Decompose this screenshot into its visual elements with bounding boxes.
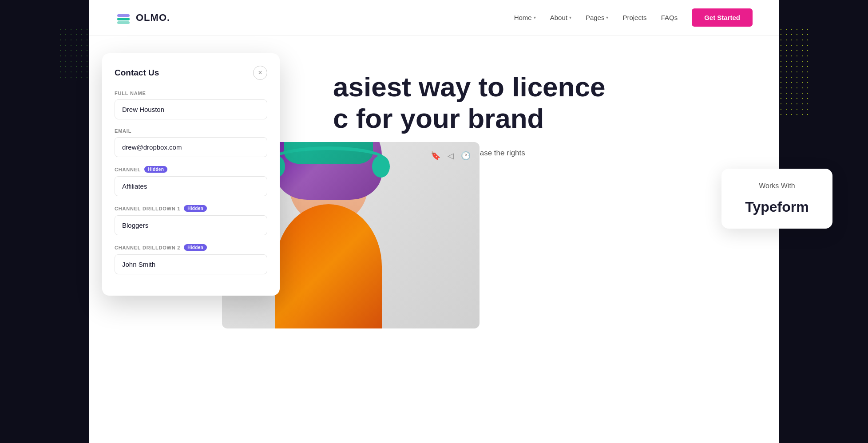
email-input[interactable] bbox=[115, 137, 267, 157]
svg-rect-2 bbox=[117, 21, 130, 24]
nav-links: Home ▾ About ▾ Pages ▾ Projects FAQs Get… bbox=[514, 8, 753, 27]
channel-group: CHANNEL Hidden bbox=[115, 166, 267, 196]
channel-label: CHANNEL Hidden bbox=[115, 166, 267, 173]
channel-drilldown1-hidden-badge: Hidden bbox=[184, 205, 207, 212]
modal-title: Contact Us bbox=[115, 68, 159, 78]
nav-pages[interactable]: Pages ▾ bbox=[586, 14, 609, 21]
hero-image-area: 🔖 ◁ 🕐 o. bbox=[222, 142, 779, 443]
nav-home[interactable]: Home ▾ bbox=[514, 14, 536, 21]
works-with-card: Works With Typeform bbox=[721, 169, 832, 229]
channel-drilldown1-input[interactable] bbox=[115, 215, 267, 235]
logo-icon bbox=[115, 10, 131, 26]
nav-faqs[interactable]: FAQs bbox=[661, 14, 678, 21]
headphone-right bbox=[372, 155, 390, 178]
channel-hidden-badge: Hidden bbox=[144, 166, 167, 173]
send-icon[interactable]: ◁ bbox=[448, 151, 454, 161]
svg-rect-0 bbox=[117, 18, 130, 20]
navbar: OLMO. Home ▾ About ▾ Pages ▾ Projects FA… bbox=[89, 0, 779, 36]
channel-drilldown1-label: CHANNEL DRILLDOWN 1 Hidden bbox=[115, 205, 267, 212]
channel-drilldown2-input[interactable] bbox=[115, 254, 267, 274]
headphones-band bbox=[271, 146, 386, 173]
full-name-label: FULL NAME bbox=[115, 91, 267, 96]
logo[interactable]: OLMO. bbox=[115, 10, 170, 26]
full-name-input[interactable] bbox=[115, 99, 267, 119]
jacket bbox=[275, 204, 382, 328]
nav-about[interactable]: About ▾ bbox=[550, 14, 571, 21]
nav-projects[interactable]: Projects bbox=[622, 14, 646, 21]
contact-us-modal: Contact Us × FULL NAME EMAIL CHANNEL Hid… bbox=[102, 53, 280, 296]
channel-input[interactable] bbox=[115, 176, 267, 196]
modal-close-button[interactable]: × bbox=[253, 66, 267, 80]
works-with-brand: Typeform bbox=[732, 199, 822, 215]
email-group: EMAIL bbox=[115, 128, 267, 157]
pages-arrow: ▾ bbox=[606, 15, 608, 20]
channel-drilldown1-group: CHANNEL DRILLDOWN 1 Hidden bbox=[115, 205, 267, 235]
works-with-label: Works With bbox=[732, 182, 822, 190]
about-arrow: ▾ bbox=[569, 15, 571, 20]
channel-drilldown2-label: CHANNEL DRILLDOWN 2 Hidden bbox=[115, 244, 267, 251]
modal-header: Contact Us × bbox=[115, 66, 267, 80]
channel-drilldown2-group: CHANNEL DRILLDOWN 2 Hidden bbox=[115, 244, 267, 274]
channel-drilldown2-hidden-badge: Hidden bbox=[184, 244, 207, 251]
email-label: EMAIL bbox=[115, 128, 267, 134]
svg-rect-1 bbox=[117, 14, 130, 17]
bookmark-icon[interactable]: 🔖 bbox=[431, 151, 440, 161]
hero-title: asiest way to licence c for your brand bbox=[333, 71, 744, 134]
logo-text: OLMO. bbox=[136, 12, 170, 24]
full-name-group: FULL NAME bbox=[115, 91, 267, 119]
clock-icon[interactable]: 🕐 bbox=[461, 151, 471, 161]
home-arrow: ▾ bbox=[534, 15, 536, 20]
icon-bar: 🔖 ◁ 🕐 bbox=[431, 151, 471, 161]
get-started-button[interactable]: Get Started bbox=[692, 8, 753, 27]
